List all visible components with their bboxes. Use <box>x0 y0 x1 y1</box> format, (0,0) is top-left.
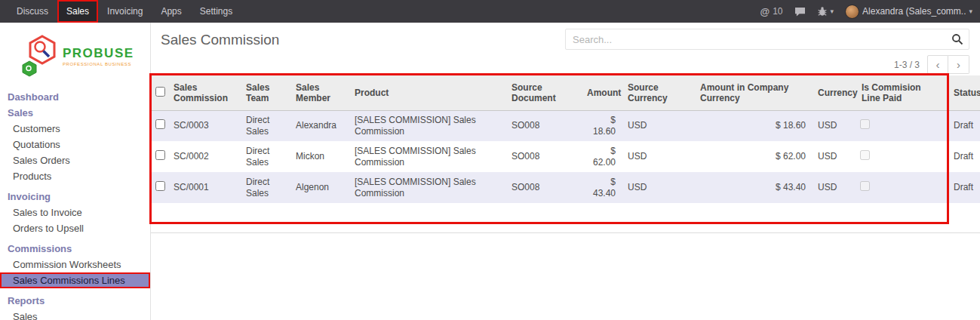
sidebar-item-quotations[interactable]: Quotations <box>0 137 150 152</box>
cell-source-currency: USD <box>622 172 694 203</box>
is-paid-checkbox <box>860 119 870 129</box>
table-header-row: Sales Commission Sales Team Sales Member… <box>151 75 980 110</box>
col-status[interactable]: Status <box>948 75 980 110</box>
sidebar-item-orders-to-upsell[interactable]: Orders to Upsell <box>0 220 150 236</box>
pager-previous-button[interactable]: ‹ <box>927 55 948 74</box>
select-all-cell <box>151 75 167 110</box>
col-currency[interactable]: Currency <box>812 75 856 110</box>
cell-product: [SALES COMMISSION] Sales Commission <box>349 110 505 141</box>
row-select-cell <box>151 172 167 203</box>
cell-sales-team: Direct Sales <box>240 172 290 203</box>
pager-range: 1-3 / 3 <box>894 60 920 70</box>
row-checkbox[interactable] <box>155 150 165 160</box>
logo-text: PROBUSE PROFESSIONAL BUSINESS <box>63 46 134 66</box>
menu-sales[interactable]: Sales <box>57 0 98 23</box>
cell-sales-member: Alexandra <box>290 110 349 141</box>
cell-is-paid <box>856 172 948 203</box>
sidebar-item-customers[interactable]: Customers <box>0 121 150 137</box>
col-sales-member[interactable]: Sales Member <box>290 75 349 110</box>
cell-amount: $ 43.40 <box>581 172 622 203</box>
topbar-systray: @ 10 ▾ Alexandra (Sales_comm.. ▾ <box>760 5 973 19</box>
cell-company-amount: $ 43.40 <box>694 172 812 203</box>
caret-down-icon: ▾ <box>831 8 834 15</box>
col-sales-commission[interactable]: Sales Commission <box>167 75 240 110</box>
user-name: Alexandra (Sales_comm.. <box>862 6 966 17</box>
cell-sales-commission: SC/0003 <box>167 110 240 141</box>
row-checkbox[interactable] <box>155 181 165 191</box>
app-menus: Discuss Sales Invoicing Apps Settings <box>8 0 241 23</box>
search-box <box>565 29 969 50</box>
page-title: Sales Commission <box>161 32 279 48</box>
cell-source-document: SO008 <box>505 141 581 172</box>
main-content: Sales Commission 1-3 / 3 ‹ › Sales Commi <box>151 23 980 320</box>
commission-lines-table: Sales Commission Sales Team Sales Member… <box>151 75 980 203</box>
sidebar-item-sales-orders[interactable]: Sales Orders <box>0 152 150 168</box>
cell-sales-member: Algenon <box>290 172 349 203</box>
cell-status: Draft <box>948 172 980 203</box>
cell-sales-team: Direct Sales <box>240 141 290 172</box>
cell-status: Draft <box>948 110 980 141</box>
sidebar-item-commission-worksheets[interactable]: Commission Worksheets <box>0 257 150 272</box>
pager-next-button[interactable]: › <box>948 55 969 74</box>
cell-company-amount: $ 62.00 <box>694 141 812 172</box>
cell-currency: USD <box>812 172 856 203</box>
col-source-currency[interactable]: Source Currency <box>622 75 694 110</box>
col-amount[interactable]: Amount <box>581 75 622 110</box>
cell-sales-commission: SC/0001 <box>167 172 240 203</box>
sidebar-item-products[interactable]: Products <box>0 168 150 184</box>
is-paid-checkbox <box>860 150 870 160</box>
sidebar-item-dashboard[interactable]: Dashboard <box>0 89 150 105</box>
probuse-logo-icon <box>20 34 59 78</box>
messages-button[interactable] <box>794 7 806 17</box>
cell-amount: $ 62.00 <box>581 141 622 172</box>
sidebar-item-sales-to-invoice[interactable]: Sales to Invoice <box>0 205 150 220</box>
col-is-commission-line-paid[interactable]: Is Commision Line Paid <box>856 75 948 110</box>
row-select-cell <box>151 141 167 172</box>
user-menu[interactable]: Alexandra (Sales_comm.. ▾ <box>845 5 972 19</box>
sidebar-item-reports-sales[interactable]: Sales <box>0 309 150 320</box>
menu-invoicing[interactable]: Invoicing <box>98 0 152 23</box>
menu-apps[interactable]: Apps <box>152 0 190 23</box>
probuse-logo: PROBUSE PROFESSIONAL BUSINESS <box>0 23 150 85</box>
col-product[interactable]: Product <box>349 75 505 110</box>
caret-down-icon: ▾ <box>969 8 972 15</box>
search-icon[interactable] <box>951 33 963 48</box>
menu-discuss[interactable]: Discuss <box>8 0 57 23</box>
bug-icon <box>817 6 828 17</box>
cell-is-paid <box>856 141 948 172</box>
is-paid-checkbox <box>860 181 870 191</box>
mentions-button[interactable]: @ 10 <box>760 6 783 17</box>
select-all-checkbox[interactable] <box>155 87 165 97</box>
debug-menu-button[interactable]: ▾ <box>817 6 834 17</box>
sidebar-nav: Dashboard Sales Customers Quotations Sal… <box>0 89 150 320</box>
search-input[interactable] <box>565 29 969 50</box>
sidebar-item-sales-commissions-lines[interactable]: Sales Commissions Lines <box>0 272 150 288</box>
sidebar-item-commissions-section[interactable]: Commissions <box>0 241 150 257</box>
cell-source-document: SO008 <box>505 110 581 141</box>
row-checkbox[interactable] <box>155 119 165 129</box>
cell-source-currency: USD <box>622 141 694 172</box>
table-row[interactable]: SC/0001 Direct Sales Algenon [SALES COMM… <box>151 172 980 203</box>
mention-count: 10 <box>773 6 782 17</box>
list-view: Sales Commission Sales Team Sales Member… <box>151 75 980 233</box>
sidebar-item-invoicing-section[interactable]: Invoicing <box>0 189 150 205</box>
sidebar: PROBUSE PROFESSIONAL BUSINESS Dashboard … <box>0 23 151 320</box>
col-amount-company-currency[interactable]: Amount in Company Currency <box>694 75 812 110</box>
sidebar-item-reports-section[interactable]: Reports <box>0 293 150 309</box>
cell-product: [SALES COMMISSION] Sales Commission <box>349 172 505 203</box>
table-row[interactable]: SC/0002 Direct Sales Mickon [SALES COMMI… <box>151 141 980 172</box>
cell-currency: USD <box>812 141 856 172</box>
cell-source-currency: USD <box>622 110 694 141</box>
col-sales-team[interactable]: Sales Team <box>240 75 290 110</box>
menu-settings[interactable]: Settings <box>191 0 241 23</box>
mention-icon: @ <box>760 6 770 17</box>
chat-icon <box>794 7 806 17</box>
cell-amount: $ 18.60 <box>581 110 622 141</box>
col-source-document[interactable]: Source Document <box>505 75 581 110</box>
pager: 1-3 / 3 ‹ › <box>894 55 969 74</box>
logo-subtitle: PROFESSIONAL BUSINESS <box>63 62 134 66</box>
table-row[interactable]: SC/0003 Direct Sales Alexandra [SALES CO… <box>151 110 980 141</box>
cell-status: Draft <box>948 141 980 172</box>
sidebar-item-sales-section[interactable]: Sales <box>0 105 150 121</box>
cell-sales-team: Direct Sales <box>240 110 290 141</box>
